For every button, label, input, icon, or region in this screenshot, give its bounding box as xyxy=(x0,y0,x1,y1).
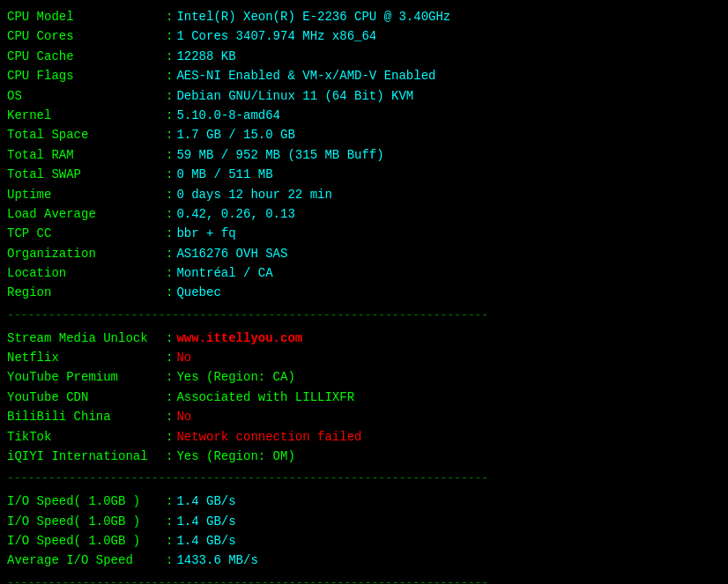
row-label: Total Space xyxy=(7,125,166,144)
media-section: Stream Media Unlock : www.ittellyou.com … xyxy=(7,329,721,467)
row-value: 1433.6 MB/s xyxy=(176,551,257,570)
row-value: 5.10.0-8-amd64 xyxy=(176,106,280,125)
table-row: Total RAM : 59 MB / 952 MB (315 MB Buff) xyxy=(7,145,721,165)
row-label: Organization xyxy=(7,244,166,263)
row-label: TikTok xyxy=(7,427,166,447)
row-value: No xyxy=(176,407,191,426)
row-value: 59 MB / 952 MB (315 MB Buff) xyxy=(176,145,383,165)
table-row: CPU Flags : AES-NI Enabled & VM-x/AMD-V … xyxy=(7,66,721,85)
table-row: Kernel : 5.10.0-8-amd64 xyxy=(7,106,721,125)
row-label: CPU Cores xyxy=(7,26,166,46)
table-row: I/O Speed( 1.0GB ) : 1.4 GB/s xyxy=(7,512,721,531)
row-value: 0 MB / 511 MB xyxy=(176,165,272,184)
row-label: Average I/O Speed xyxy=(7,551,166,570)
media-site: www.ittellyou.com xyxy=(176,329,302,348)
media-header-label: Stream Media Unlock xyxy=(7,329,166,348)
table-row: I/O Speed( 1.0GB ) : 1.4 GB/s xyxy=(7,531,721,551)
row-label: I/O Speed( 1.0GB ) xyxy=(7,492,166,511)
row-label: TCP CC xyxy=(7,224,166,243)
row-label: Uptime xyxy=(7,185,166,204)
row-value: AES-NI Enabled & VM-x/AMD-V Enabled xyxy=(176,66,435,85)
io-section: I/O Speed( 1.0GB ) : 1.4 GB/s I/O Speed(… xyxy=(7,492,721,571)
system-section: CPU Model : Intel(R) Xeon(R) E-2236 CPU … xyxy=(7,7,721,303)
table-row: Uptime : 0 days 12 hour 22 min xyxy=(7,185,721,204)
row-label: YouTube Premium xyxy=(7,367,166,387)
row-value: Debian GNU/Linux 11 (64 Bit) KVM xyxy=(176,86,413,106)
table-row: TCP CC : bbr + fq xyxy=(7,224,721,243)
row-value: 12288 KB xyxy=(176,47,235,66)
row-label: CPU Flags xyxy=(7,66,166,85)
table-row: Region : Quebec xyxy=(7,283,721,302)
row-label: Netflix xyxy=(7,348,166,367)
row-label: Load Average xyxy=(7,204,166,224)
table-row: BiliBili China : No xyxy=(7,407,721,426)
row-value: bbr + fq xyxy=(176,224,235,243)
table-row: I/O Speed( 1.0GB ) : 1.4 GB/s xyxy=(7,492,721,511)
row-label: CPU Model xyxy=(7,7,166,26)
row-label: Region xyxy=(7,283,166,302)
row-value: 1 Cores 3407.974 MHz x86_64 xyxy=(176,26,376,46)
table-row: CPU Cache : 12288 KB xyxy=(7,47,721,66)
row-value: Yes (Region: CA) xyxy=(176,367,294,387)
row-label: OS xyxy=(7,86,166,106)
table-row: CPU Cores : 1 Cores 3407.974 MHz x86_64 xyxy=(7,26,721,46)
table-row: Total SWAP : 0 MB / 511 MB xyxy=(7,165,721,184)
row-value: 1.4 GB/s xyxy=(176,531,235,551)
row-label: BiliBili China xyxy=(7,407,166,426)
row-label: YouTube CDN xyxy=(7,388,166,407)
row-value: 0 days 12 hour 22 min xyxy=(176,185,331,204)
row-value: 1.7 GB / 15.0 GB xyxy=(176,125,294,144)
table-row: Total Space : 1.7 GB / 15.0 GB xyxy=(7,125,721,144)
row-value: 1.4 GB/s xyxy=(176,492,235,511)
row-value: Associated with LILLIXFR xyxy=(176,388,354,407)
table-row: YouTube Premium : Yes (Region: CA) xyxy=(7,367,721,387)
table-row: Average I/O Speed : 1433.6 MB/s xyxy=(7,551,721,570)
media-header: Stream Media Unlock : www.ittellyou.com xyxy=(7,329,721,348)
table-row: Organization : AS16276 OVH SAS xyxy=(7,244,721,263)
row-label: Kernel xyxy=(7,106,166,125)
table-row: Load Average : 0.42, 0.26, 0.13 xyxy=(7,204,721,224)
table-row: TikTok : Network connection failed xyxy=(7,427,721,447)
row-label: I/O Speed( 1.0GB ) xyxy=(7,531,166,551)
row-value: Network connection failed xyxy=(176,427,361,447)
row-label: Location xyxy=(7,263,166,283)
divider-2: ----------------------------------------… xyxy=(7,469,721,488)
row-value: 1.4 GB/s xyxy=(176,512,235,531)
table-row: OS : Debian GNU/Linux 11 (64 Bit) KVM xyxy=(7,86,721,106)
divider-3: ----------------------------------------… xyxy=(7,574,721,584)
row-label: iQIYI International xyxy=(7,447,166,466)
table-row: iQIYI International : Yes (Region: OM) xyxy=(7,447,721,466)
table-row: Netflix : No xyxy=(7,348,721,367)
row-label: Total RAM xyxy=(7,145,166,165)
row-value: Intel(R) Xeon(R) E-2236 CPU @ 3.40GHz xyxy=(176,7,450,26)
row-value: 0.42, 0.26, 0.13 xyxy=(176,204,294,224)
row-label: Total SWAP xyxy=(7,165,166,184)
table-row: Location : Montréal / CA xyxy=(7,263,721,283)
row-value: AS16276 OVH SAS xyxy=(176,244,287,263)
row-label: I/O Speed( 1.0GB ) xyxy=(7,512,166,531)
table-row: CPU Model : Intel(R) Xeon(R) E-2236 CPU … xyxy=(7,7,721,26)
row-value: No xyxy=(176,348,191,367)
table-row: YouTube CDN : Associated with LILLIXFR xyxy=(7,388,721,407)
row-value: Montréal / CA xyxy=(176,263,272,283)
row-value: Quebec xyxy=(176,283,220,302)
row-label: CPU Cache xyxy=(7,47,166,66)
divider-1: ----------------------------------------… xyxy=(7,307,721,325)
row-value: Yes (Region: OM) xyxy=(176,447,294,466)
